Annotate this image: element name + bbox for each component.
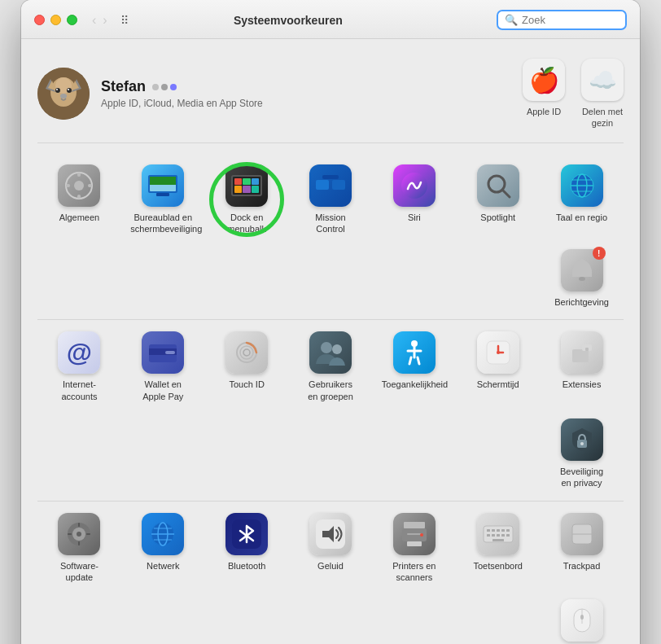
svg-rect-79 [492, 534, 495, 537]
gebruikers-icon [309, 331, 352, 374]
svg-rect-81 [501, 534, 505, 537]
svg-point-49 [580, 442, 584, 445]
icon-item-toetsenbord[interactable]: Toetsenbord [456, 505, 540, 592]
spotlight-icon [477, 164, 519, 207]
software-label: Software-update [46, 560, 112, 584]
minimize-button[interactable] [50, 15, 61, 25]
icon-item-bluetooth[interactable]: Bluetooth [205, 505, 289, 592]
dock-label: Dock enmenubalk [227, 212, 266, 235]
trackpad-icon [561, 513, 603, 555]
icon-item-spotlight[interactable]: Spotlight [456, 156, 540, 243]
svg-rect-20 [150, 177, 176, 185]
close-button[interactable] [34, 15, 45, 25]
printers-icon [393, 513, 436, 555]
svg-rect-23 [332, 180, 345, 190]
toetsenbord-icon [477, 513, 519, 555]
icon-item-netwerk[interactable]: Netwerk [121, 505, 205, 592]
siri-icon [393, 164, 436, 207]
icon-item-gebruikers[interactable]: Gebruikersen groepen [289, 323, 373, 410]
delen-gezin-label: Delen metgezin [582, 106, 623, 129]
search-bar[interactable]: 🔍 [497, 10, 627, 30]
top-icons: 🍎 Apple ID ☁️ Delen metgezin [490, 59, 624, 129]
netwerk-icon [142, 513, 184, 555]
user-info: Stefan Apple ID, iCloud, Media en App St… [101, 78, 490, 109]
search-input[interactable] [522, 14, 619, 26]
icon-item-software[interactable]: Software-update [37, 505, 121, 592]
svg-rect-75 [497, 529, 500, 532]
svg-rect-36 [165, 351, 175, 354]
svg-point-9 [56, 89, 58, 90]
svg-point-11 [60, 94, 67, 99]
svg-rect-74 [492, 529, 495, 532]
svg-rect-14 [77, 173, 81, 177]
content-area: Stefan Apple ID, iCloud, Media en App St… [21, 39, 640, 644]
user-section: Stefan Apple ID, iCloud, Media en App St… [37, 52, 624, 143]
icons-row2b: Beveiligingen privacy [37, 410, 624, 497]
fullscreen-button[interactable] [67, 15, 77, 25]
bluetooth-label: Bluetooth [228, 560, 265, 572]
svg-rect-73 [487, 529, 490, 532]
user-subtitle: Apple ID, iCloud, Media en App Store [101, 98, 490, 109]
icon-item-beveiliging[interactable]: Beveiligingen privacy [540, 410, 624, 497]
icons-row2: @ Internet-accounts Wallet enApple Pay [37, 323, 624, 410]
user-name: Stefan [101, 78, 490, 95]
siri-label: Siri [408, 212, 421, 223]
svg-rect-76 [501, 529, 505, 532]
dot1 [152, 84, 159, 90]
apple-id-icon[interactable]: 🍎 Apple ID [523, 59, 565, 129]
notification-badge: ! [593, 247, 606, 260]
svg-rect-78 [487, 534, 490, 537]
beveiliging-label: Beveiligingen privacy [560, 466, 603, 489]
icon-item-wallet[interactable]: Wallet enApple Pay [121, 323, 205, 410]
icon-item-geluid[interactable]: Geluid [289, 505, 373, 592]
delen-gezin-box: ☁️ [581, 59, 624, 101]
icon-item-mission[interactable]: MissionControl [289, 156, 373, 243]
svg-rect-53 [78, 523, 80, 527]
svg-rect-47 [585, 348, 589, 351]
icon-item-internet[interactable]: @ Internet-accounts [37, 323, 121, 410]
user-name-dots [152, 84, 177, 90]
icons-row1: Algemeen Bureaublad enschermbeveiliging [37, 156, 624, 243]
icon-item-extensies[interactable]: Extensies [540, 323, 624, 410]
icon-item-bureaublad[interactable]: Bureaublad enschermbeveiliging [121, 156, 205, 243]
icon-item-siri[interactable]: Siri [372, 156, 456, 243]
berichtgeving-icon: ! [561, 249, 603, 291]
icon-item-printers[interactable]: Printers enscanners [372, 505, 456, 592]
icon-item-taal[interactable]: Taal en regio [540, 156, 624, 243]
netwerk-label: Netwerk [147, 560, 179, 572]
icon-item-algemeen[interactable]: Algemeen [37, 156, 121, 243]
toegankelijkheid-label: Toegankelijkheid [382, 379, 447, 390]
svg-point-41 [332, 344, 342, 354]
svg-point-38 [240, 346, 253, 359]
window-title: Systeemvoorkeuren [90, 14, 487, 27]
toegankelijkheid-icon [393, 331, 436, 374]
beveiliging-icon [561, 418, 603, 461]
svg-point-39 [243, 349, 250, 356]
dock-screen [231, 175, 262, 196]
mission-label: MissionControl [315, 212, 345, 235]
icons-row3b: Muis [37, 591, 624, 644]
delen-gezin-icon[interactable]: ☁️ Delen metgezin [581, 59, 624, 129]
svg-point-13 [74, 181, 84, 191]
icon-item-touchid[interactable]: Touch ID [205, 323, 289, 410]
icon-item-berichtgeving[interactable]: ! Berichtgeving [540, 241, 624, 316]
algemeen-label: Algemeen [59, 212, 100, 223]
icon-item-schermtijd[interactable]: Schermtijd [456, 323, 540, 410]
svg-rect-70 [407, 541, 422, 546]
svg-line-27 [502, 190, 510, 197]
icon-item-muis[interactable]: Muis [540, 591, 624, 644]
avatar[interactable] [37, 68, 90, 120]
icon-item-toegankelijkheid[interactable]: Toegankelijkheid [372, 323, 456, 410]
svg-point-10 [68, 89, 69, 90]
svg-point-52 [77, 532, 81, 537]
apple-logo-icon: 🍎 [529, 66, 559, 94]
svg-rect-15 [77, 195, 81, 199]
svg-rect-83 [492, 539, 504, 541]
internet-label: Internet-accounts [61, 379, 97, 402]
dc3 [252, 178, 259, 186]
svg-point-88 [580, 615, 584, 620]
svg-point-44 [497, 351, 500, 354]
icon-item-dock[interactable]: Dock enmenubalk [205, 156, 289, 243]
icon-item-trackpad[interactable]: Trackpad [540, 505, 624, 592]
svg-point-40 [321, 342, 332, 353]
